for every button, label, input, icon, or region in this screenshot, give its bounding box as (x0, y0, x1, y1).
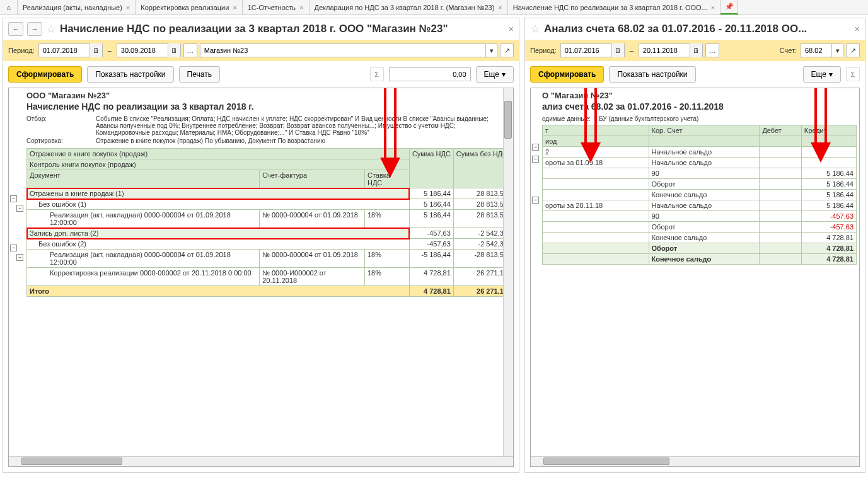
date-from-field[interactable] (561, 45, 611, 55)
date-from-input[interactable]: 🗓 (560, 43, 625, 57)
tab-label: Декларация по НДС за 3 квартал 2018 г. (… (315, 4, 495, 11)
org-open-button[interactable]: ↗ (500, 43, 514, 57)
show-settings-button[interactable]: Показать настройки (609, 66, 695, 83)
favorite-icon[interactable]: ☆ (46, 22, 56, 36)
close-pane-button[interactable]: × (855, 24, 860, 34)
tree-collapse-icon[interactable]: − (16, 205, 23, 212)
forward-button[interactable]: → (27, 22, 42, 36)
report-area: ООО "Магазин №23" Начисление НДС по реал… (8, 88, 514, 467)
org-input[interactable]: ▾ (200, 43, 497, 57)
print-button[interactable]: Печать (179, 66, 220, 83)
cell-kor: 90 (649, 211, 760, 222)
account-field[interactable] (801, 45, 831, 55)
cell-rate: 18% (364, 268, 409, 286)
tree-collapse-icon[interactable]: − (10, 195, 17, 202)
date-to-input[interactable]: 🗓 (639, 43, 703, 57)
subgroup-row[interactable]: Без ошибок (1)5 186,4428 813,56 (27, 199, 511, 210)
data-row[interactable]: Конечное сальдо4 728,81 (543, 233, 857, 243)
close-icon[interactable]: × (233, 4, 236, 11)
cell-vat: 4 728,81 (409, 268, 453, 286)
group-row[interactable]: Отражены в книге продаж (1)5 186,4428 81… (27, 188, 511, 199)
dropdown-icon[interactable]: ▾ (831, 43, 843, 57)
right-pane: ☆ Анализ счета 68.02 за 01.07.2016 - 20.… (524, 18, 865, 473)
period-select-button[interactable]: … (183, 43, 197, 57)
horizontal-scrollbar[interactable] (531, 456, 859, 466)
tab-item[interactable]: Начисление НДС по реализации за 3 кварта… (508, 0, 720, 14)
tree-collapse-icon[interactable]: − (532, 197, 539, 204)
total-sum: 26 271,19 (453, 286, 510, 297)
tab-item[interactable]: 1С-Отчетность× (243, 0, 310, 14)
calendar-icon[interactable]: 🗓 (690, 43, 702, 57)
close-icon[interactable]: × (711, 4, 715, 11)
date-from-field[interactable] (39, 45, 90, 55)
data-row[interactable]: 905 186,44 (543, 168, 857, 179)
data-row[interactable]: ороты за 20.11.18Начальное сальдо5 186,4… (543, 200, 857, 211)
period-select-button[interactable]: … (705, 43, 719, 57)
data-row[interactable]: ороты за 01.09.18Начальное сальдо (543, 158, 857, 168)
data-row[interactable]: Конечное сальдо5 186,44 (543, 190, 857, 200)
sort-meta-value: Отражение в книге покупок (продаж) По уб… (96, 137, 511, 144)
calendar-icon[interactable]: 🗓 (611, 43, 624, 57)
cell-credit: 5 186,44 (801, 179, 856, 190)
group-row[interactable]: Запись доп. листа (2)-457,63-2 542,37 (27, 228, 511, 239)
vertical-scrollbar[interactable] (503, 88, 513, 466)
close-pane-button[interactable]: × (509, 24, 514, 34)
analysis-grid: тКор. СчетДебетКредит иод 2Начальное сал… (542, 125, 857, 265)
data-row[interactable]: Реализация (акт, накладная) 0000-000004 … (27, 210, 511, 228)
tab-label: Корректировка реализации (141, 4, 229, 11)
sum-icon[interactable]: Σ (846, 67, 860, 81)
form-button[interactable]: Сформировать (8, 66, 82, 83)
cell-vat: 5 186,44 (409, 210, 453, 228)
cell-acc: 2 (543, 147, 649, 158)
tree-collapse-icon[interactable]: − (532, 144, 539, 151)
dropdown-icon[interactable]: ▾ (485, 43, 497, 57)
more-button[interactable]: Еще▾ (476, 66, 514, 83)
home-icon: ⌂ (6, 4, 11, 11)
sum-icon[interactable]: Σ (370, 67, 384, 81)
cell-credit: -457,63 (801, 222, 856, 233)
tab-pin[interactable]: 📌 (720, 0, 738, 14)
cell-doc: Корректировка реализации 0000-000002 от … (27, 268, 260, 286)
cell-sf: № 0000-000004 от 01.09.2018 (260, 210, 365, 228)
close-icon[interactable]: × (299, 4, 303, 11)
data-row[interactable]: Реализация (акт, накладная) 0000-000004 … (27, 250, 511, 268)
account-open-button[interactable]: ↗ (846, 43, 860, 57)
tab-item[interactable]: Реализация (акты, накладные)× (18, 0, 136, 14)
date-to-input[interactable]: 🗓 (117, 43, 181, 57)
cell-vat: 5 186,44 (409, 188, 453, 199)
tree-collapse-icon[interactable]: − (532, 156, 539, 163)
horizontal-scrollbar[interactable] (9, 456, 513, 466)
calendar-icon[interactable]: 🗓 (90, 43, 102, 57)
company-name: ООО "Магазин №23" (26, 91, 511, 100)
back-button[interactable]: ← (8, 22, 23, 36)
cell-kor: Начальное сальдо (649, 158, 760, 168)
close-icon[interactable]: × (126, 4, 130, 11)
tab-home[interactable]: ⌂ (0, 0, 18, 14)
data-row[interactable]: Корректировка реализации 0000-000002 от … (27, 268, 511, 286)
favorite-icon[interactable]: ☆ (530, 22, 540, 36)
cell-sum: 28 813,56 (453, 210, 510, 228)
tab-item[interactable]: Декларация по НДС за 3 квартал 2018 г. (… (310, 0, 508, 14)
account-input[interactable]: ▾ (801, 43, 843, 57)
form-button[interactable]: Сформировать (530, 66, 604, 83)
more-button[interactable]: Еще▾ (803, 66, 841, 83)
cell-credit: 5 186,44 (801, 200, 856, 211)
cell-vat: -5 186,44 (409, 250, 453, 268)
tree-collapse-icon[interactable]: − (10, 245, 17, 251)
tab-item[interactable]: Корректировка реализации× (136, 0, 242, 14)
calendar-icon[interactable]: 🗓 (168, 43, 180, 57)
close-icon[interactable]: × (498, 4, 502, 11)
subgroup-row[interactable]: Без ошибок (2)-457,63-2 542,37 (27, 239, 511, 250)
show-settings-button[interactable]: Показать настройки (87, 66, 173, 83)
data-row[interactable]: 2Начальное сальдо (543, 147, 857, 158)
date-from-input[interactable]: 🗓 (38, 43, 103, 57)
data-row[interactable]: Оборот5 186,44 (543, 179, 857, 190)
date-to-field[interactable] (117, 45, 168, 55)
data-row[interactable]: 90-457,63 (543, 211, 857, 222)
sum-field[interactable] (389, 67, 471, 81)
more-label: Еще (811, 70, 826, 79)
tree-collapse-icon[interactable]: − (16, 254, 23, 261)
date-to-field[interactable] (639, 45, 690, 55)
org-field[interactable] (200, 45, 485, 55)
data-row[interactable]: Оборот-457,63 (543, 222, 857, 233)
